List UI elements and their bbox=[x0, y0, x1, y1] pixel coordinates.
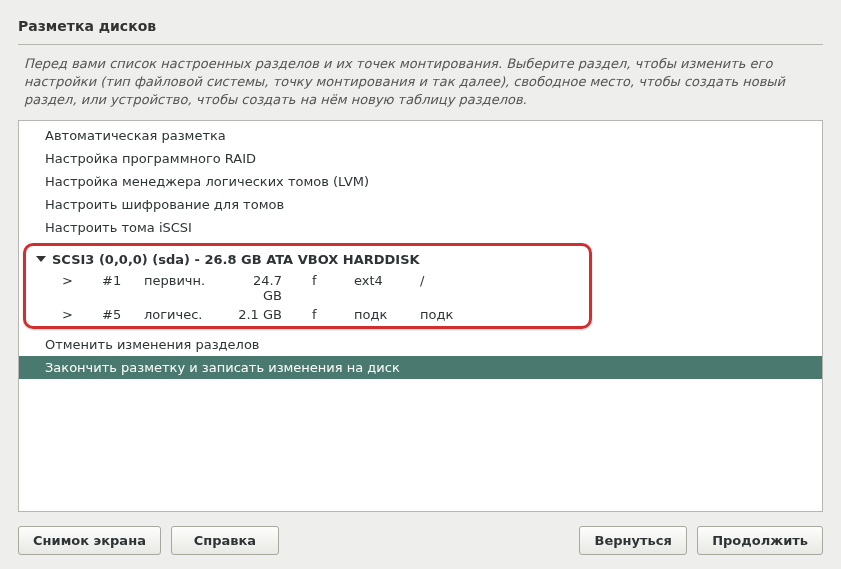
action-undo[interactable]: Отменить изменения разделов bbox=[19, 333, 822, 356]
button-bar: Снимок экрана Справка Вернуться Продолжи… bbox=[18, 512, 823, 555]
screenshot-button[interactable]: Снимок экрана bbox=[18, 526, 161, 555]
disk-label: SCSI3 (0,0,0) (sda) - 26.8 GB ATA VBOX H… bbox=[52, 252, 420, 267]
page-title: Разметка дисков bbox=[18, 18, 823, 34]
partition-type: первичн. bbox=[144, 273, 234, 303]
disk-header[interactable]: SCSI3 (0,0,0) (sda) - 26.8 GB ATA VBOX H… bbox=[26, 248, 589, 271]
back-button[interactable]: Вернуться bbox=[579, 526, 687, 555]
partition-num: #1 bbox=[102, 273, 144, 303]
partition-size: 24.7 GB bbox=[234, 273, 312, 303]
menu-auto-partition[interactable]: Автоматическая разметка bbox=[19, 124, 822, 147]
partition-mount: подк bbox=[420, 307, 480, 322]
partition-fs: подк bbox=[354, 307, 420, 322]
partition-size: 2.1 GB bbox=[234, 307, 312, 322]
chevron-down-icon bbox=[36, 256, 46, 262]
partition-flag: f bbox=[312, 307, 354, 322]
menu-encryption[interactable]: Настроить шифрование для томов bbox=[19, 193, 822, 216]
partition-flag: f bbox=[312, 273, 354, 303]
menu-iscsi[interactable]: Настроить тома iSCSI bbox=[19, 216, 822, 239]
action-finish[interactable]: Закончить разметку и записать изменения … bbox=[19, 356, 822, 379]
partition-mount: / bbox=[420, 273, 480, 303]
partition-fs: ext4 bbox=[354, 273, 420, 303]
partition-list: Автоматическая разметка Настройка програ… bbox=[18, 120, 823, 512]
partition-num: #5 bbox=[102, 307, 144, 322]
continue-button[interactable]: Продолжить bbox=[697, 526, 823, 555]
divider bbox=[18, 44, 823, 45]
partition-type: логичес. bbox=[144, 307, 234, 322]
partition-row[interactable]: > #5 логичес. 2.1 GB f подк подк bbox=[26, 305, 589, 324]
menu-lvm[interactable]: Настройка менеджера логических томов (LV… bbox=[19, 170, 822, 193]
partition-row[interactable]: > #1 первичн. 24.7 GB f ext4 / bbox=[26, 271, 589, 305]
menu-raid[interactable]: Настройка программного RAID bbox=[19, 147, 822, 170]
partition-arrow: > bbox=[62, 307, 102, 322]
help-button[interactable]: Справка bbox=[171, 526, 279, 555]
highlight-box: SCSI3 (0,0,0) (sda) - 26.8 GB ATA VBOX H… bbox=[23, 243, 592, 329]
intro-text: Перед вами список настроенных разделов и… bbox=[18, 51, 823, 120]
partition-arrow: > bbox=[62, 273, 102, 303]
